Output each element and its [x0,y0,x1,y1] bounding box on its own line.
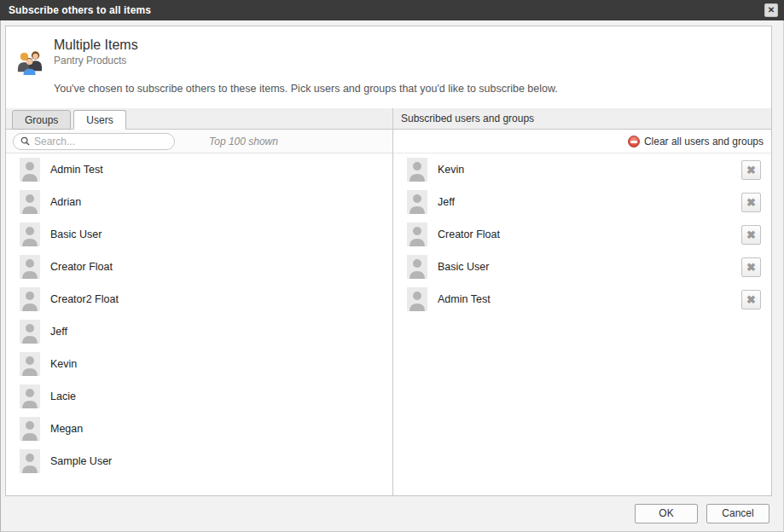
dialog-footer: OK Cancel [1,496,783,531]
list-item[interactable]: Lacie [6,380,392,413]
remove-icon[interactable]: ✖ [741,225,761,245]
dialog-frame: Multiple Items Pantry Products You've ch… [0,20,784,532]
user-avatar-icon [20,320,40,344]
user-name: Sample User [50,455,112,467]
user-avatar-icon [20,287,40,311]
list-item[interactable]: Sample User [6,445,392,477]
remove-icon[interactable]: ✖ [741,193,761,212]
tab-groups[interactable]: Groups [12,110,71,130]
group-people-icon [17,49,43,75]
user-avatar-icon [20,158,40,182]
close-icon[interactable]: ✕ [764,3,778,17]
list-item[interactable]: Basic User [6,218,392,251]
user-name: Jeff [438,196,455,208]
clear-all-label: Clear all users and groups [644,136,764,147]
user-name: Basic User [50,228,102,240]
subscribed-panel: Subscribed users and groups Clear all us… [393,108,771,495]
user-name: Admin Test [50,164,103,176]
user-avatar-icon [20,352,40,376]
user-name: Basic User [438,261,489,273]
user-avatar-icon [20,449,40,473]
user-name: Adrian [50,196,81,208]
user-avatar-icon [20,417,40,441]
search-box[interactable] [13,133,175,150]
subscribed-item: Admin Test ✖ [393,283,771,315]
available-panel: Groups Users Top 100 shown Admin Test [6,108,393,495]
description-text: You've chosen to subscribe others to the… [54,83,558,95]
subscribed-list: Kevin ✖ Jeff ✖ Creator Float ✖ [393,153,771,495]
user-name: Admin Test [438,293,491,305]
user-name: Kevin [50,358,77,370]
subscribed-header: Subscribed users and groups [393,108,771,130]
ok-button[interactable]: OK [635,504,698,523]
picker-columns: Groups Users Top 100 shown Admin Test [6,108,771,495]
list-item[interactable]: Creator2 Float [6,283,392,315]
list-item[interactable]: Admin Test [6,153,392,186]
user-avatar-icon [407,255,427,279]
dialog-titlebar: Subscribe others to all items ✕ [0,0,784,20]
subscribed-item: Basic User ✖ [393,251,771,283]
list-item[interactable]: Megan [6,413,392,445]
user-name: Creator2 Float [50,293,119,305]
user-name: Lacie [50,390,76,402]
user-avatar-icon [407,223,427,246]
search-row: Top 100 shown [6,130,392,153]
user-name: Jeff [50,326,67,338]
user-name: Creator Float [50,261,113,273]
users-list: Admin Test Adrian Basic User Creator Flo… [6,153,392,495]
remove-icon[interactable]: ✖ [741,160,761,180]
list-item[interactable]: Creator Float [6,251,392,283]
user-avatar-icon [407,190,427,214]
search-icon [20,136,30,146]
user-avatar-icon [20,385,40,408]
cancel-button[interactable]: Cancel [706,504,769,523]
remove-icon[interactable]: ✖ [741,257,761,277]
user-avatar-icon [407,158,427,182]
list-item[interactable]: Kevin [6,348,392,380]
minus-circle-icon [628,136,640,147]
tab-strip: Groups Users [6,108,392,130]
user-name: Kevin [438,164,464,176]
user-name: Megan [50,423,83,435]
user-avatar-icon [20,255,40,279]
user-avatar-icon [407,287,427,311]
dialog-title: Subscribe others to all items [0,4,151,16]
dialog-header: Multiple Items Pantry Products You've ch… [6,26,771,108]
clear-all-button[interactable]: Clear all users and groups [393,130,771,153]
list-item[interactable]: Jeff [6,315,392,348]
user-avatar-icon [20,223,40,246]
subscribed-item: Kevin ✖ [393,153,771,186]
remove-icon[interactable]: ✖ [741,290,761,309]
subscribed-item: Jeff ✖ [393,186,771,218]
user-avatar-icon [20,190,40,214]
page-subtitle: Pantry Products [54,55,126,66]
search-input[interactable] [34,136,167,147]
list-item[interactable]: Adrian [6,186,392,218]
page-title: Multiple Items [54,38,138,53]
user-name: Creator Float [438,228,500,240]
top-shown-label: Top 100 shown [209,136,278,147]
subscribed-item: Creator Float ✖ [393,218,771,251]
dialog-body: Multiple Items Pantry Products You've ch… [5,26,772,496]
tab-users[interactable]: Users [73,110,125,130]
